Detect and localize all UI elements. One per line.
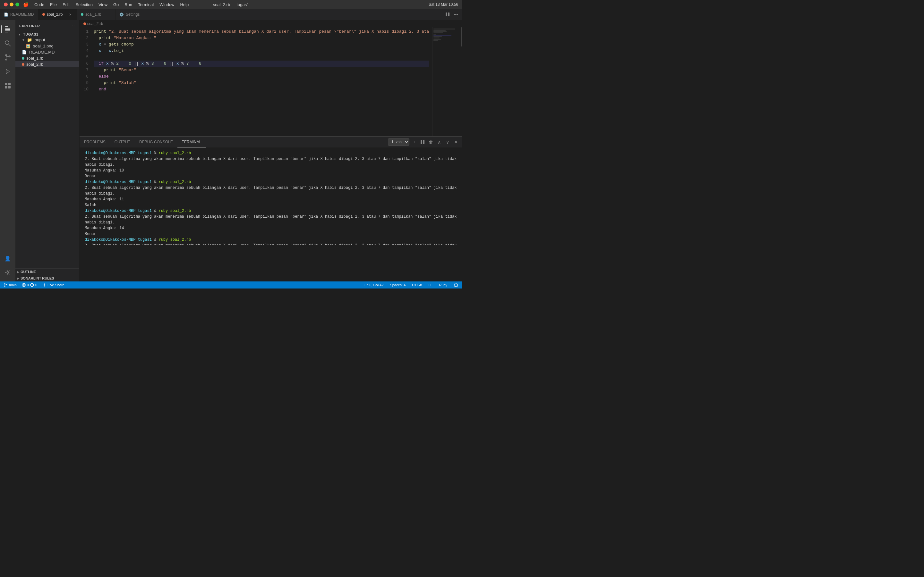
spaces-status[interactable]: Spaces: 4 — [389, 283, 407, 287]
panel-expand-button[interactable]: ∧ — [436, 139, 443, 145]
code-line-1: print "2. Buat sebuah algoritma yang aka… — [94, 29, 429, 35]
terminal-line-1: dikakoko@Dikakokos-MBP tugas1 % ruby soa… — [85, 150, 457, 156]
panel-maximize-button[interactable]: ∨ — [444, 139, 451, 145]
menu-run[interactable]: Run — [122, 2, 135, 8]
svg-rect-15 — [8, 86, 11, 89]
menu-window[interactable]: Window — [157, 2, 177, 8]
sonarlint-label: SONARLINT RULES — [21, 276, 54, 280]
folder-arrow-icon: ▼ — [18, 33, 22, 36]
avatar-icon[interactable]: 👤 — [1, 252, 14, 265]
terminal-line-14: 2. Buat sebuah algoritma yang akan mener… — [85, 243, 457, 245]
titlebar: 🍎 Code File Edit Selection View Go Run T… — [0, 0, 462, 9]
system-time: Sat 13 Mar 10.56 — [429, 2, 458, 7]
file-readme[interactable]: 📄 README.MD — [15, 49, 79, 55]
extensions-icon[interactable] — [1, 79, 14, 92]
errors-status[interactable]: 0 0 — [21, 283, 39, 287]
terminal-tab[interactable]: TERMINAL — [178, 137, 206, 147]
minimap-scrollbar[interactable] — [458, 27, 462, 136]
breadcrumb: soal_2.rb — [79, 20, 462, 27]
settings-icon: ⚙️ — [120, 13, 124, 17]
terminal-panel: PROBLEMS OUTPUT DEBUG CONSOLE TERMINAL 1… — [79, 136, 462, 245]
menu-view[interactable]: View — [96, 2, 110, 8]
position-label: Ln 6, Col 42 — [365, 283, 383, 287]
file-dot-green-icon — [22, 57, 24, 60]
maximize-button[interactable] — [15, 3, 19, 6]
kill-terminal-button[interactable]: 🗑 — [427, 139, 435, 145]
live-share-status[interactable]: Live Share — [41, 283, 66, 287]
root-folder[interactable]: ▼ TUGAS1 — [15, 32, 79, 37]
tab-settings[interactable]: ⚙️ Settings — [115, 9, 154, 20]
split-editor-button[interactable] — [444, 11, 451, 18]
output-tab[interactable]: OUTPUT — [110, 137, 135, 147]
spaces-label: Spaces: 4 — [390, 283, 405, 287]
menu-file[interactable]: File — [47, 2, 59, 8]
svg-point-9 — [5, 55, 7, 56]
menu-help[interactable]: Help — [178, 2, 191, 8]
image-file-icon: 🖼️ — [26, 44, 31, 48]
code-line-9: print "Salah" — [94, 80, 429, 86]
new-file-icon[interactable]: ⋯ — [69, 23, 75, 29]
svg-line-8 — [9, 44, 11, 47]
close-button[interactable] — [4, 3, 8, 6]
code-line-7: print "Benar" — [94, 67, 429, 73]
tab-close-button[interactable]: ✕ — [68, 12, 73, 17]
terminal-line-5: dikakoko@Dikakokos-MBP tugas1 % ruby soa… — [85, 179, 457, 185]
add-terminal-button[interactable]: ＋ — [411, 139, 418, 145]
root-folder-label: TUGAS1 — [23, 32, 39, 36]
outline-section[interactable]: ▶ OUTLINE — [15, 269, 79, 275]
terminal-line-6: 2. Buat sebuah algoritma yang akan mener… — [85, 185, 457, 197]
terminal-content[interactable]: dikakoko@Dikakokos-MBP tugas1 % ruby soa… — [79, 148, 462, 245]
svg-rect-17 — [421, 140, 422, 144]
more-actions-button[interactable]: ••• — [452, 11, 459, 18]
code-line-3: x = gets.chomp — [94, 41, 429, 48]
folder-ouput[interactable]: ▼ 📁 ouput — [15, 37, 79, 43]
debug-icon[interactable] — [1, 65, 14, 78]
language-status[interactable]: Ruby — [438, 283, 449, 287]
panel-close-button[interactable]: ✕ — [452, 139, 459, 145]
shell-selector[interactable]: 1: zsh — [388, 139, 409, 145]
terminal-line-8: Salah — [85, 202, 457, 208]
problems-tab[interactable]: PROBLEMS — [79, 137, 110, 147]
source-control-icon[interactable] — [1, 51, 14, 64]
search-icon[interactable] — [1, 37, 14, 50]
apple-logo-icon[interactable]: 🍎 — [23, 2, 29, 7]
tab-soal2[interactable]: soal_2.rb ✕ — [39, 9, 77, 20]
activity-bar: 👤 — [0, 20, 15, 282]
notifications-status[interactable] — [452, 283, 459, 287]
terminal-line-3: Masukan Angka: 10 — [85, 168, 457, 173]
file-soal1-rb[interactable]: soal_1.rb — [15, 55, 79, 61]
explorer-icon[interactable] — [1, 23, 14, 35]
code-line-6: if x % 2 == 0 || x % 3 == 0 || x % 7 == … — [94, 61, 429, 67]
git-branch-status[interactable]: main — [3, 283, 18, 287]
file-soal1-png[interactable]: 🖼️ soal_1.png — [15, 43, 79, 49]
gear-icon[interactable] — [1, 266, 14, 279]
file-soal2-rb[interactable]: soal_2.rb — [15, 61, 79, 67]
debug-console-tab[interactable]: DEBUG CONSOLE — [135, 137, 178, 147]
position-status[interactable]: Ln 6, Col 42 — [363, 283, 384, 287]
minimize-button[interactable] — [10, 3, 13, 6]
menu-terminal[interactable]: Terminal — [136, 2, 156, 8]
tab-readme[interactable]: 📄 README.MD — [0, 9, 39, 20]
code-line-5 — [94, 54, 429, 61]
git-branch-label: main — [9, 283, 17, 287]
breadcrumb-file: soal_2.rb — [87, 21, 103, 26]
file-soal2-rb-label: soal_2.rb — [26, 62, 43, 67]
menu-code[interactable]: Code — [32, 2, 47, 8]
eol-status[interactable]: LF — [427, 283, 434, 287]
folder-icon: 📁 — [27, 37, 32, 42]
encoding-status[interactable]: UTF-8 — [411, 283, 423, 287]
menu-edit[interactable]: Edit — [60, 2, 72, 8]
traffic-lights — [4, 3, 19, 6]
code-editor[interactable]: 1 2 3 4 5 6 7 8 9 10 — [79, 27, 462, 136]
menu-go[interactable]: Go — [111, 2, 121, 8]
sidebar-header: Explorer ⋯ — [15, 20, 79, 32]
editor-scrollbar[interactable] — [429, 27, 433, 136]
tab-soal1[interactable]: soal_1.rb — [77, 9, 115, 20]
terminal-line-2: 2. Buat sebuah algoritma yang akan mener… — [85, 156, 457, 168]
menu-selection[interactable]: Selection — [73, 2, 95, 8]
split-terminal-button[interactable] — [419, 139, 426, 145]
terminal-line-10: 2. Buat sebuah algoritma yang akan mener… — [85, 214, 457, 226]
live-share-label: Live Share — [47, 283, 65, 287]
sonarlint-section[interactable]: ▶ SONARLINT RULES — [15, 275, 79, 282]
code-line-8: else — [94, 73, 429, 80]
